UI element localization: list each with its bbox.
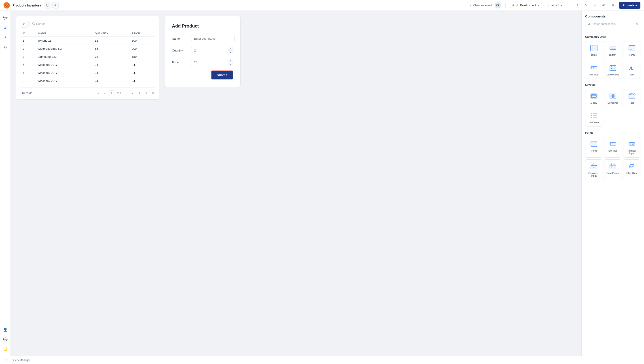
sidebar-item-components[interactable]: ⊿ — [1, 23, 10, 31]
quantity-label: Quantity — [172, 49, 188, 52]
env-status-dot — [512, 5, 514, 6]
container-component-label: Container — [608, 101, 618, 104]
date-picker2-component-label: Date Picker — [606, 172, 619, 174]
bottom-bar: ⤢ Query Manager — [0, 356, 644, 364]
next-page-button[interactable]: › — [123, 90, 128, 96]
env-selector[interactable]: ⚡ Development ▼ — [510, 3, 542, 8]
components-title: Components — [585, 14, 640, 18]
prev-page-button[interactable]: ‹ — [102, 90, 107, 96]
sidebar-item-plugins[interactable]: ✦ — [1, 33, 10, 41]
component-list-view[interactable]: List View — [585, 109, 602, 127]
preview-button[interactable]: 👁 — [600, 2, 607, 9]
component-button[interactable]: Button — [604, 41, 622, 59]
table-row[interactable]: 6 Macbook 2017 24 24 — [20, 61, 156, 69]
table-body: 1 iPhone 15 12 300 2 Motorola Edge 5G 55… — [20, 37, 156, 85]
table-footer: 6 Records « ‹ of 1 › » ＋ ⬇ 👁 — [20, 88, 156, 96]
cell-id: 8 — [20, 77, 36, 85]
component-checkbox[interactable]: Checkbox — [623, 159, 640, 180]
last-page-button[interactable]: » — [130, 90, 135, 96]
version-selector[interactable]: ⚡ ver v1 ▼ — [544, 3, 564, 8]
sidebar-item-messages[interactable]: 💬 — [1, 335, 10, 343]
env-icon: ⚡ — [516, 4, 519, 7]
password-input-component-label: Password Input — [587, 172, 600, 177]
component-form2[interactable]: Form — [585, 137, 602, 158]
component-modal[interactable]: Modal — [585, 89, 602, 107]
left-sidebar: 💬 ⊿ ✦ ⚙ 👤 💬 🌙 — [0, 11, 11, 356]
cell-name: Macbook 2017 — [36, 77, 92, 85]
component-text-input2[interactable]: T- Text Input — [604, 137, 622, 158]
clear-search-icon[interactable]: ✕ — [636, 22, 638, 26]
submit-button[interactable]: Submit — [211, 71, 233, 79]
cell-price: 300 — [129, 37, 156, 45]
container-component-icon — [609, 92, 617, 100]
redo-button[interactable]: ↻ — [582, 2, 590, 9]
page-total: of 1 — [117, 92, 122, 95]
sidebar-item-moon[interactable]: 🌙 — [1, 345, 10, 353]
quantity-input[interactable] — [191, 47, 233, 54]
table-row[interactable]: 7 Macbook 2017 24 24 — [20, 69, 156, 77]
quantity-up-button[interactable]: ▲ — [228, 47, 233, 51]
modal-component-icon — [590, 92, 598, 100]
search-box[interactable] — [29, 21, 156, 27]
table-row[interactable]: 3 Samsung S22 78 150 — [20, 53, 156, 61]
table-row[interactable]: 1 iPhone 15 12 300 — [20, 37, 156, 45]
component-tabs[interactable]: Tabs — [623, 89, 640, 107]
svg-point-25 — [614, 68, 615, 69]
undo-button[interactable]: ↺ — [573, 2, 580, 9]
page-number-input[interactable] — [108, 90, 115, 96]
share-button[interactable]: ⤢ — [591, 2, 598, 9]
component-container[interactable]: Container — [604, 89, 622, 107]
add-row-button[interactable]: ＋ — [137, 90, 142, 96]
price-up-button[interactable]: ▲ — [228, 59, 233, 62]
comment-icon-btn[interactable]: 💬 — [45, 2, 51, 9]
component-table[interactable]: Table — [585, 41, 602, 59]
price-input[interactable] — [191, 59, 233, 66]
settings-icon[interactable]: ⚙ — [609, 2, 616, 9]
table-row[interactable]: 8 Macbook 2017 24 24 — [20, 77, 156, 85]
component-text[interactable]: A Text — [623, 61, 640, 79]
quantity-down-button[interactable]: ▼ — [228, 51, 233, 54]
text-component-icon: A — [628, 64, 636, 72]
layers-icon-btn[interactable]: ⊟ — [52, 2, 58, 9]
date-picker2-component-icon — [609, 162, 617, 170]
cell-name: Samsung S22 — [36, 53, 92, 61]
cell-quantity: 24 — [92, 69, 129, 77]
cell-price: 150 — [129, 53, 156, 61]
cell-quantity: 24 — [92, 61, 129, 69]
search-input[interactable] — [36, 22, 152, 26]
component-text-input[interactable]: T- Text Input — [585, 61, 602, 79]
component-number-input[interactable]: Number Input — [623, 137, 640, 158]
expand-icon[interactable]: ⤢ — [4, 357, 9, 363]
first-page-button[interactable]: « — [96, 90, 101, 96]
name-input[interactable] — [191, 35, 234, 42]
svg-point-32 — [610, 95, 612, 97]
svg-point-23 — [611, 68, 612, 69]
sidebar-item-settings[interactable]: ⚙ — [1, 43, 10, 51]
right-panel-body: Commonly Used Table — [582, 31, 644, 356]
components-search-input[interactable] — [592, 22, 634, 26]
date-picker-component-label: Date Picker — [606, 73, 619, 76]
price-down-button[interactable]: ▼ — [228, 62, 233, 66]
number-input-component-icon — [628, 140, 636, 148]
query-manager-link[interactable]: Query Manager — [12, 359, 30, 362]
component-date-picker2[interactable]: Date Picker — [604, 159, 622, 180]
filter-button[interactable] — [20, 20, 28, 28]
svg-point-9 — [612, 48, 613, 49]
component-date-picker[interactable]: Date Picker — [604, 61, 622, 79]
components-search-box[interactable]: ✕ — [585, 21, 640, 27]
sidebar-item-chat[interactable]: 💬 — [1, 14, 10, 22]
topbar-icon-group: 💬 ⊟ — [45, 2, 58, 9]
divider — [505, 3, 506, 8]
component-password-input[interactable]: Password Input — [585, 159, 602, 180]
promote-button[interactable]: Promote » — [619, 2, 640, 9]
price-label: Price — [172, 61, 188, 64]
table-row[interactable]: 2 Motorola Edge 5G 55 200 — [20, 45, 156, 53]
form2-component-icon — [590, 140, 598, 148]
table-actions: ＋ ⬇ 👁 — [137, 90, 156, 96]
download-button[interactable]: ⬇ — [143, 90, 149, 96]
sidebar-item-users[interactable]: 👤 — [1, 325, 10, 333]
number-input-component-label: Number Input — [625, 149, 638, 155]
component-form[interactable]: Form — [623, 41, 640, 59]
view-button[interactable]: 👁 — [150, 90, 156, 96]
cell-price: 200 — [129, 45, 156, 53]
